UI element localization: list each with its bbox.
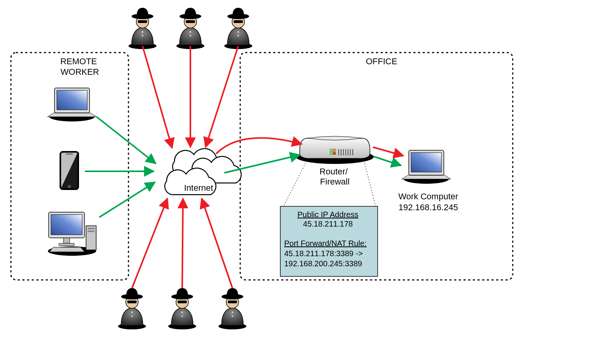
work-computer-ip: 192.168.16.245 [399,202,458,212]
svg-line-41 [374,157,401,165]
laptop-icon [47,88,97,121]
svg-rect-23 [330,149,332,151]
hacker-icon [168,288,196,329]
svg-line-39 [99,182,155,217]
svg-line-42 [142,46,172,148]
svg-rect-12 [66,153,73,155]
svg-rect-8 [57,90,87,110]
legit-traffic-arrows [85,117,401,217]
phone-icon [60,151,79,190]
svg-rect-36 [411,153,441,172]
svg-rect-19 [51,215,82,235]
svg-line-40 [224,155,300,173]
network-diagram: REMOTE WORKER OFFICE Internet [0,0,605,364]
router-label: Router/ Firewall [320,167,350,186]
work-computer-label: Work Computer [398,192,458,201]
svg-rect-26 [333,152,336,155]
router-icon [296,136,374,164]
hacker-icon [176,8,204,49]
svg-rect-24 [333,149,336,151]
callout-line [283,161,307,206]
remote-worker-label: REMOTE WORKER [60,56,99,77]
desktop-icon [48,212,96,256]
svg-rect-15 [86,226,96,250]
svg-rect-25 [330,152,332,155]
internet-label: Internet [184,183,213,193]
svg-rect-20 [63,238,70,243]
hacker-icon [224,8,252,49]
svg-rect-21 [59,243,74,246]
svg-line-46 [182,199,183,288]
svg-line-45 [132,199,167,288]
svg-rect-16 [88,228,95,229]
hacker-icon [118,288,146,329]
svg-line-48 [373,147,403,156]
callout-line [364,161,376,206]
hacker-icon [128,8,157,49]
svg-rect-17 [88,230,95,232]
svg-point-13 [68,185,71,188]
work-computer-icon [402,150,451,184]
svg-line-37 [97,117,156,164]
hacker-icon [218,288,246,329]
svg-line-44 [206,46,238,147]
office-label: OFFICE [366,56,397,66]
svg-line-47 [202,199,232,288]
